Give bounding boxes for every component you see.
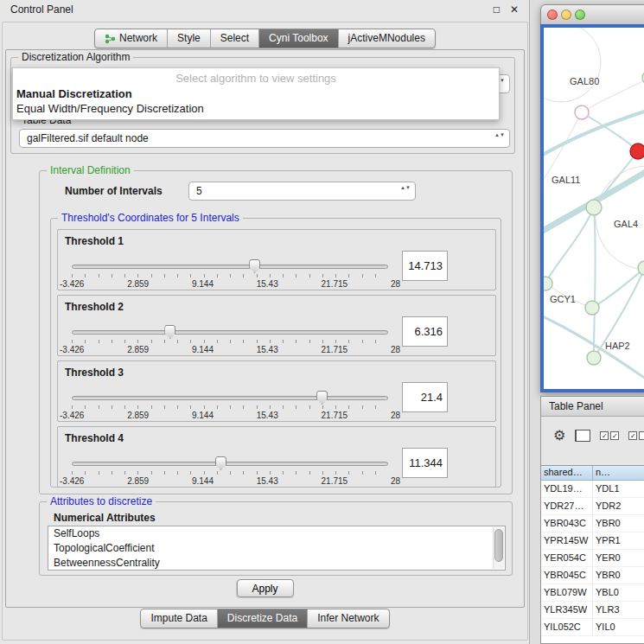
tab-cyni-toolbox[interactable]: Cyni Toolbox xyxy=(258,29,337,48)
network-node[interactable] xyxy=(585,301,599,315)
network-node-label: GAL11 xyxy=(552,175,580,185)
slider-handle[interactable] xyxy=(249,259,260,273)
slider-handle[interactable] xyxy=(215,456,226,470)
table-cell-shared-name[interactable]: YBR043C xyxy=(541,515,593,532)
tab-label: jActiveMNodules xyxy=(348,29,425,48)
network-node[interactable] xyxy=(586,200,602,215)
attribute-list-item[interactable]: SelfLoops xyxy=(48,526,505,541)
table-row[interactable]: YBL079W YBL0 xyxy=(541,584,644,602)
table-row[interactable]: YDR27… YDR2 xyxy=(541,498,644,515)
numerical-attributes-list[interactable]: SelfLoops TopologicalCoefficient Between… xyxy=(48,526,506,571)
table-cell-shared-name[interactable]: YDR27… xyxy=(541,498,593,515)
tab-infer-network[interactable]: Infer Network xyxy=(307,609,388,628)
table-cell-name[interactable]: YPR1 xyxy=(593,532,644,550)
combo-arrows-icon: ▲▼ xyxy=(494,131,505,138)
slider-track[interactable] xyxy=(72,330,388,335)
threshold-3-value-field[interactable]: 21.4 xyxy=(402,382,448,412)
tab-discretize-data[interactable]: Discretize Data xyxy=(217,609,307,628)
threshold-3-slider[interactable]: -3.4262.859 9.14415.43 21.71528 xyxy=(72,391,388,422)
table-cell-name[interactable]: YDL1 xyxy=(593,481,644,498)
slider-tick-labels: -3.4262.859 9.14415.43 21.71528 xyxy=(60,476,400,486)
slider-handle[interactable] xyxy=(316,391,328,405)
tab-network[interactable]: Network xyxy=(95,29,167,48)
threshold-2-box: Threshold 2 -3.4262.859 9.14415.43 21.71… xyxy=(57,295,496,356)
table-cell-shared-name[interactable]: YBR045C xyxy=(541,567,593,584)
slider-ticks xyxy=(72,274,388,277)
apply-button[interactable]: Apply xyxy=(236,579,293,597)
table-cell-shared-name[interactable]: YER054C xyxy=(541,550,593,567)
number-of-intervals-select[interactable]: 5 ▲▼ xyxy=(188,182,416,201)
tab-select[interactable]: Select xyxy=(210,29,258,48)
threshold-3-box: Threshold 3 -3.4262.859 9.14415.43 21.71… xyxy=(57,360,496,422)
network-node[interactable] xyxy=(544,277,552,290)
table-cell-name[interactable]: YER0 xyxy=(593,550,644,567)
threshold-1-slider[interactable]: -3.4262.859 9.14415.43 21.71528 xyxy=(72,259,388,290)
network-node[interactable] xyxy=(587,351,601,365)
threshold-4-slider[interactable]: -3.4262.859 9.14415.43 21.71528 xyxy=(72,456,388,488)
table-cell-shared-name[interactable]: YBL079W xyxy=(541,584,593,602)
tab-label: Infer Network xyxy=(317,609,379,628)
table-cell-name[interactable]: YBR0 xyxy=(593,515,644,532)
window-title: Control Panel xyxy=(10,3,73,16)
table-settings-gear-icon[interactable]: ⚙ xyxy=(553,429,565,443)
table-row[interactable]: YBR045C YBR0 xyxy=(541,567,644,584)
table-data-select[interactable]: galFiltered.sif default node ▲▼ xyxy=(19,129,510,148)
tab-label: Impute Data xyxy=(150,609,207,628)
scrollbar-thumb[interactable] xyxy=(494,529,503,562)
table-row[interactable]: YER054C YER0 xyxy=(541,550,644,567)
table-cell-shared-name[interactable]: YDL19… xyxy=(541,481,593,498)
attributes-group-title: Attributes to discretize xyxy=(47,495,156,507)
slider-track[interactable] xyxy=(72,265,388,269)
table-cell-shared-name[interactable]: YIL052C xyxy=(541,619,593,636)
attribute-list-item[interactable]: TopologicalCoefficient xyxy=(48,541,505,556)
table-panel-toolbar: ⚙ ✓✓ ✓ xyxy=(541,424,644,448)
table-cell-name[interactable]: YIL0 xyxy=(593,619,644,636)
float-window-icon[interactable]: □ xyxy=(494,3,500,16)
network-canvas[interactable]: GAL80GAL11GAL4GCY1HAP2 xyxy=(540,24,644,392)
table-row[interactable]: YIL052C YIL0 xyxy=(541,619,644,636)
threshold-2-slider[interactable]: -3.4262.859 9.14415.43 21.71528 xyxy=(72,325,388,356)
dropdown-placeholder-option[interactable]: Select algorithm to view settings xyxy=(13,68,499,86)
table-cell-name[interactable]: YDR2 xyxy=(593,498,644,515)
select-all-columns-icon[interactable]: ✓✓ xyxy=(600,431,619,440)
table-cell-name[interactable]: YBR0 xyxy=(593,567,644,584)
threshold-1-box: Threshold 1 -3.4262.859 9.14415.43 21.71… xyxy=(57,229,496,290)
close-traffic-light-icon[interactable] xyxy=(547,10,558,20)
tab-jactivemnodules[interactable]: jActiveMNodules xyxy=(338,29,435,48)
table-cell-shared-name[interactable]: YLR345W xyxy=(541,602,593,619)
threshold-2-value-field[interactable]: 6.316 xyxy=(402,316,448,347)
table-cell-name[interactable]: YLR3 xyxy=(593,602,644,619)
table-row[interactable]: YBR043C YBR0 xyxy=(541,515,644,532)
table-row[interactable]: YPR145W YPR1 xyxy=(541,532,644,550)
table-cell-shared-name[interactable]: YPR145W xyxy=(541,532,593,550)
threshold-1-label: Threshold 1 xyxy=(65,235,124,247)
tab-impute-data[interactable]: Impute Data xyxy=(141,609,216,628)
network-node[interactable] xyxy=(630,143,644,159)
toggle-columns-icon[interactable]: ✓ xyxy=(628,431,644,440)
table-cell-name[interactable]: YBL0 xyxy=(593,584,644,602)
threshold-4-value-field[interactable]: 11.344 xyxy=(402,448,448,478)
slider-track[interactable] xyxy=(72,462,388,466)
network-window-titlebar[interactable] xyxy=(540,4,644,24)
close-window-icon[interactable]: ✕ xyxy=(510,3,519,16)
column-layout-icon[interactable] xyxy=(575,430,590,442)
zoom-traffic-light-icon[interactable] xyxy=(575,10,585,20)
network-node[interactable] xyxy=(575,105,589,119)
tab-style[interactable]: Style xyxy=(167,29,210,48)
slider-track[interactable] xyxy=(72,396,388,400)
column-header-shared-name[interactable]: shared… xyxy=(541,466,593,481)
dropdown-option-manual-discretization[interactable]: Manual Discretization xyxy=(13,86,499,101)
table-header-row: shared… n… xyxy=(541,466,644,481)
thresholds-group-title: Threshold's Coordinates for 5 Intervals xyxy=(58,212,243,224)
checkbox-icon: ✓ xyxy=(600,431,609,440)
table-row[interactable]: YLR345W YLR3 xyxy=(541,602,644,619)
dropdown-option-equal-width-frequency[interactable]: Equal Width/Frequency Discretization xyxy=(13,101,499,116)
slider-handle[interactable] xyxy=(164,325,175,339)
table-row[interactable]: YDL19… YDL1 xyxy=(541,481,644,498)
attribute-list-item[interactable]: BetweennessCentrality xyxy=(48,556,505,571)
minimize-traffic-light-icon[interactable] xyxy=(561,10,571,20)
list-scrollbar[interactable] xyxy=(493,527,504,569)
network-node-label: GAL80 xyxy=(570,76,599,86)
threshold-1-value-field[interactable]: 14.713 xyxy=(402,251,448,281)
column-header-name[interactable]: n… xyxy=(593,466,644,481)
